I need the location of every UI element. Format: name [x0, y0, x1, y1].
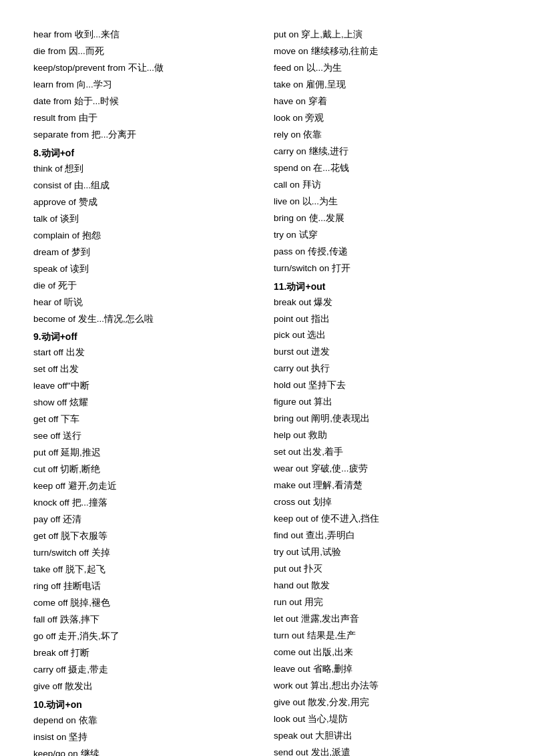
- list-item: have on 穿着: [274, 93, 501, 110]
- list-item: wear out 穿破,使...疲劳: [274, 461, 501, 478]
- list-item: start off 出发: [33, 345, 260, 361]
- list-item: turn out 结果是,生产: [274, 628, 501, 644]
- list-item: bring out 阐明,使表现出: [274, 411, 501, 427]
- list-item: go off 走开,消失,坏了: [33, 628, 260, 645]
- list-item: send out 发出,派遣: [274, 745, 501, 756]
- list-item: keep out of 使不进入,挡住: [274, 511, 501, 528]
- list-item: make out 理解,看清楚: [274, 478, 501, 494]
- list-item: consist of 由...组成: [33, 178, 260, 194]
- list-item: leave out 省略,删掉: [274, 661, 501, 678]
- list-item: come off 脱掉,褪色: [33, 595, 260, 612]
- list-item: complain of 抱怨: [33, 228, 260, 244]
- list-item: show off 炫耀: [33, 395, 260, 411]
- list-item: depend on 依靠: [33, 713, 260, 729]
- list-item: turn/switch on 打开: [274, 260, 501, 277]
- list-item: give off 散发出: [33, 679, 260, 695]
- main-content: hear from 收到...来信die from 因...而死keep/sto…: [33, 27, 501, 756]
- list-item: burst out 迸发: [274, 344, 501, 361]
- list-item: cross out 划掉: [274, 494, 501, 511]
- list-item: figure out 算出: [274, 394, 501, 411]
- section-header: 10.动词+on: [33, 699, 260, 711]
- list-item: approve of 赞成: [33, 194, 260, 211]
- list-item: run out 用完: [274, 594, 501, 611]
- list-item: put off 延期,推迟: [33, 445, 260, 461]
- list-item: point out 指出: [274, 311, 501, 328]
- list-item: separate from 把...分离开: [33, 127, 260, 144]
- list-item: let out 泄露,发出声音: [274, 611, 501, 628]
- list-item: look out 当心,堤防: [274, 711, 501, 728]
- list-item: take off 脱下,起飞: [33, 562, 260, 578]
- list-item: see off 送行: [33, 428, 260, 445]
- list-item: get off 脱下衣服等: [33, 528, 260, 545]
- left-column: hear from 收到...来信die from 因...而死keep/sto…: [33, 27, 260, 756]
- list-item: feed on 以...为生: [274, 60, 501, 77]
- list-item: become of 发生...情况,怎么啦: [33, 311, 260, 328]
- list-item: hand out 散发: [274, 578, 501, 594]
- list-item: carry out 执行: [274, 361, 501, 377]
- list-item: work out 算出,想出办法等: [274, 678, 501, 695]
- list-item: break out 爆发: [274, 295, 501, 311]
- list-item: put on 穿上,戴上,上演: [274, 27, 501, 43]
- right-column: put on 穿上,戴上,上演move on 继续移动,往前走feed on 以…: [274, 27, 501, 756]
- list-item: keep/go on 继续: [33, 746, 260, 756]
- list-item: result from 由于: [33, 110, 260, 127]
- list-item: live on 以...为生: [274, 194, 501, 210]
- list-item: die from 因...而死: [33, 43, 260, 60]
- list-item: move on 继续移动,往前走: [274, 43, 501, 60]
- list-item: put out 扑灭: [274, 561, 501, 578]
- list-item: leave off"中断: [33, 378, 260, 395]
- list-item: talk of 谈到: [33, 211, 260, 228]
- list-item: hold out 坚持下去: [274, 377, 501, 394]
- list-item: call on 拜访: [274, 177, 501, 194]
- list-item: spend on 在...花钱: [274, 160, 501, 177]
- list-item: pass on 传授,传递: [274, 244, 501, 260]
- list-item: date from 始于...时候: [33, 93, 260, 110]
- list-item: set out 出发,着手: [274, 444, 501, 461]
- list-item: set off 出发: [33, 361, 260, 378]
- list-item: try on 试穿: [274, 227, 501, 244]
- section-header: 8.动词+of: [33, 148, 260, 160]
- list-item: pay off 还清: [33, 512, 260, 528]
- list-item: speak out 大胆讲出: [274, 728, 501, 745]
- list-item: try out 试用,试验: [274, 544, 501, 561]
- list-item: fall off 跌落,摔下: [33, 612, 260, 628]
- list-item: die of 死于: [33, 278, 260, 295]
- list-item: bring on 使...发展: [274, 210, 501, 227]
- list-item: give out 散发,分发,用完: [274, 695, 501, 711]
- list-item: insist on 坚持: [33, 729, 260, 746]
- list-item: hear from 收到...来信: [33, 27, 260, 43]
- section-header: 11.动词+out: [274, 281, 501, 293]
- list-item: break off 打断: [33, 645, 260, 662]
- list-item: help out 救助: [274, 427, 501, 444]
- list-item: take on 雇佣,呈现: [274, 77, 501, 93]
- list-item: hear of 听说: [33, 295, 260, 311]
- list-item: cut off 切断,断绝: [33, 461, 260, 478]
- list-item: think of 想到: [33, 161, 260, 178]
- list-item: rely on 依靠: [274, 127, 501, 144]
- list-item: find out 查出,弄明白: [274, 528, 501, 544]
- list-item: carry off 摄走,带走: [33, 662, 260, 679]
- list-item: learn from 向...学习: [33, 77, 260, 93]
- list-item: carry on 继续,进行: [274, 144, 501, 160]
- list-item: turn/switch off 关掉: [33, 545, 260, 562]
- list-item: look on 旁观: [274, 110, 501, 127]
- list-item: knock off 把...撞落: [33, 495, 260, 512]
- list-item: speak of 读到: [33, 261, 260, 278]
- list-item: keep/stop/prevent from 不让...做: [33, 60, 260, 77]
- list-item: ring off 挂断电话: [33, 578, 260, 595]
- list-item: keep off 避开,勿走近: [33, 478, 260, 495]
- list-item: get off 下车: [33, 411, 260, 428]
- section-header: 9.动词+off: [33, 331, 260, 343]
- list-item: come out 出版,出来: [274, 644, 501, 661]
- list-item: dream of 梦到: [33, 244, 260, 261]
- list-item: pick out 选出: [274, 327, 501, 344]
